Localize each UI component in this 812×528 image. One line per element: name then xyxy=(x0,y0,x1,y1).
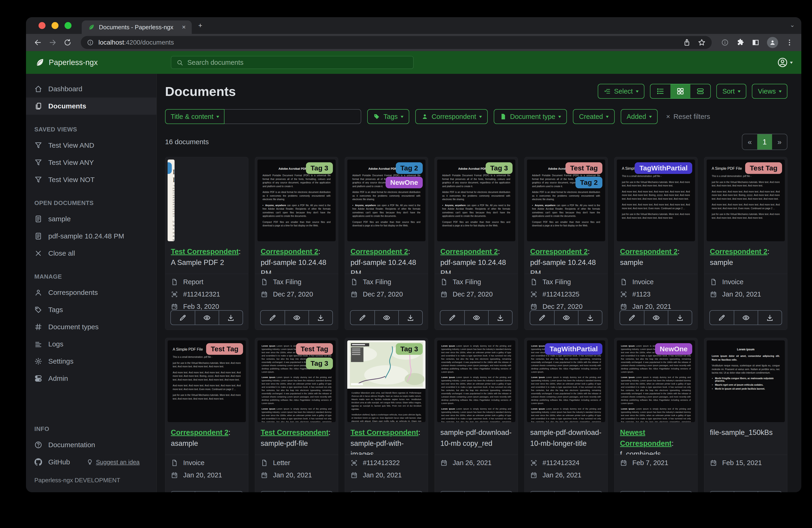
title-content-dropdown[interactable]: Title & content▾ xyxy=(165,109,224,124)
view-button[interactable] xyxy=(734,311,758,325)
view-button[interactable] xyxy=(285,491,308,492)
edit-button[interactable] xyxy=(620,311,644,325)
correspondent-link[interactable]: Correspondent 2 xyxy=(620,247,678,256)
document-title-text[interactable]: A Sample PDF 2 xyxy=(171,258,224,267)
back-icon[interactable] xyxy=(34,39,42,46)
global-search[interactable] xyxy=(171,56,414,69)
correspondent-link[interactable]: Correspondent 2 xyxy=(530,247,588,256)
tag-badge[interactable]: Test Tag xyxy=(565,162,603,174)
sidebar-item-document-types[interactable]: Document types xyxy=(26,318,157,336)
download-button[interactable] xyxy=(758,311,782,325)
document-title-text[interactable]: sample-pdf-with-images xyxy=(350,439,404,455)
tag-badge[interactable]: Tag 2 xyxy=(396,162,423,174)
download-button[interactable] xyxy=(668,311,692,325)
edit-button[interactable] xyxy=(440,491,464,492)
view-button[interactable] xyxy=(464,311,488,325)
document-thumbnail[interactable]: Adobe Acrobat PDF FilesAdobe® Portable D… xyxy=(527,159,605,241)
new-tab-button[interactable]: + xyxy=(198,22,202,29)
created-filter-button[interactable]: Created▾ xyxy=(573,109,614,124)
minimize-window-button[interactable] xyxy=(52,22,58,29)
document-thumbnail[interactable]: Lorem Ipsum Lorem Ipsum is simply dummy … xyxy=(258,340,336,422)
download-button[interactable] xyxy=(668,491,692,492)
tag-badge[interactable]: Tag 3 xyxy=(485,162,512,174)
suggest-an-idea-link[interactable]: Suggest an idea xyxy=(87,459,140,466)
document-title-text[interactable]: file-sample_150kBs xyxy=(710,428,773,437)
download-button[interactable] xyxy=(578,311,602,325)
tab-close-icon[interactable]: × xyxy=(182,24,186,31)
document-type-filter-button[interactable]: Document type▾ xyxy=(494,109,567,124)
document-thumbnail[interactable]: A Simple PDF FileThis is a small demonst… xyxy=(168,340,246,422)
correspondent-link[interactable]: Correspondent 2 xyxy=(350,247,408,256)
document-title-text[interactable]: sample-pdf-download-10-mb copy_red xyxy=(440,428,512,447)
detail-view-button[interactable] xyxy=(690,84,710,98)
download-button[interactable] xyxy=(488,491,512,492)
correspondent-link[interactable]: Correspondent 2 xyxy=(440,247,498,256)
document-thumbnail[interactable]: A Simple PDF FileThis is a small demonst… xyxy=(617,159,695,241)
sidebar-item-correspondents[interactable]: Correspondents xyxy=(26,284,157,301)
browser-menu-kebab-icon[interactable] xyxy=(785,39,794,46)
tag-badge[interactable]: Tag 3 xyxy=(306,162,333,174)
edit-button[interactable] xyxy=(530,491,554,492)
tag-badge[interactable]: Tag 2 xyxy=(168,162,172,174)
document-title-text[interactable]: sample-pdf-download-10-mb-longer-title xyxy=(530,428,601,447)
edit-button[interactable] xyxy=(171,491,195,492)
sidebar-item-test-view-any[interactable]: Test View ANY xyxy=(26,154,157,171)
document-title-text[interactable]: pdf-sample 10.24.48 PM xyxy=(350,258,416,274)
document-thumbnail[interactable]: Curabitur bibendum ante urna, sed blandi… xyxy=(347,340,425,422)
view-button[interactable] xyxy=(374,491,398,492)
document-title-text[interactable]: sample xyxy=(710,258,733,267)
tag-badge[interactable]: Tag 3 xyxy=(396,343,423,355)
edit-button[interactable] xyxy=(350,311,374,325)
app-logo[interactable]: Paperless-ngx xyxy=(35,58,171,67)
document-thumbnail[interactable]: A Simple PDF FileThis is a small demonst… xyxy=(707,159,785,241)
document-thumbnail[interactable]: Lorem ipsumLorem ipsum dolor sit amet, c… xyxy=(707,340,785,422)
document-thumbnail[interactable]: Lorem Ipsum"Neque porro quisquam est qui… xyxy=(168,159,175,241)
side-panel-icon[interactable] xyxy=(752,39,759,46)
correspondent-link[interactable]: Test Correspondent xyxy=(171,247,238,256)
tags-filter-button[interactable]: Tags▾ xyxy=(367,109,409,124)
tag-badge[interactable]: Test Tag xyxy=(745,162,782,174)
download-button[interactable] xyxy=(219,311,243,325)
view-button[interactable] xyxy=(554,491,578,492)
edit-button[interactable] xyxy=(350,491,374,492)
edit-button[interactable] xyxy=(710,311,734,325)
extension-badge-icon[interactable] xyxy=(721,39,729,46)
tag-badge[interactable]: Tag 2 xyxy=(576,177,603,188)
list-view-button[interactable] xyxy=(650,84,670,98)
download-button[interactable] xyxy=(308,311,332,325)
tag-badge[interactable]: NewOne xyxy=(386,177,423,188)
edit-button[interactable] xyxy=(530,311,554,325)
document-thumbnail[interactable]: Lorem Ipsum Lorem Ipsum is simply dummy … xyxy=(527,340,605,422)
document-title-text[interactable]: f_combineds xyxy=(620,450,661,455)
correspondent-link[interactable]: Correspondent 2 xyxy=(171,428,229,437)
sidebar-item-test-view-and[interactable]: Test View AND xyxy=(26,137,157,154)
edit-button[interactable] xyxy=(171,311,195,325)
select-button[interactable]: Select▾ xyxy=(598,84,644,99)
edit-button[interactable] xyxy=(261,311,285,325)
download-button[interactable] xyxy=(308,491,332,492)
correspondent-filter-button[interactable]: Correspondent▾ xyxy=(415,109,488,124)
close-window-button[interactable] xyxy=(39,22,45,29)
document-title-text[interactable]: sample xyxy=(620,258,643,267)
sidebar-item-sample[interactable]: sample xyxy=(26,210,157,228)
filter-text-input[interactable] xyxy=(224,109,361,124)
document-thumbnail[interactable]: Adobe Acrobat PDF FilesAdobe® Portable D… xyxy=(437,159,515,241)
view-button[interactable] xyxy=(285,311,308,325)
tag-badge[interactable]: Test Tag xyxy=(296,343,333,355)
download-button[interactable] xyxy=(578,491,602,492)
sidebar-item-admin[interactable]: Admin xyxy=(26,370,157,387)
tag-badge[interactable]: TagWithPartial xyxy=(635,162,692,174)
next-page-button[interactable]: » xyxy=(772,134,787,149)
address-bar[interactable]: localhost:4200/documents xyxy=(81,36,712,49)
document-thumbnail[interactable]: Adobe Acrobat PDF FilesAdobe® Portable D… xyxy=(347,159,425,241)
download-button[interactable] xyxy=(758,491,782,492)
user-menu[interactable]: ▾ xyxy=(777,57,793,68)
document-thumbnail[interactable]: Lorem Ipsum Lorem Ipsum is simply dummy … xyxy=(617,340,695,422)
sidebar-item-close-all[interactable]: Close all xyxy=(26,245,157,262)
edit-button[interactable] xyxy=(710,491,734,492)
document-title-text[interactable]: asample xyxy=(171,439,198,447)
tag-badge[interactable]: Tag 3 xyxy=(306,358,333,369)
sidebar-item-tags[interactable]: Tags xyxy=(26,301,157,318)
download-button[interactable] xyxy=(398,311,422,325)
extensions-puzzle-icon[interactable] xyxy=(736,39,744,46)
